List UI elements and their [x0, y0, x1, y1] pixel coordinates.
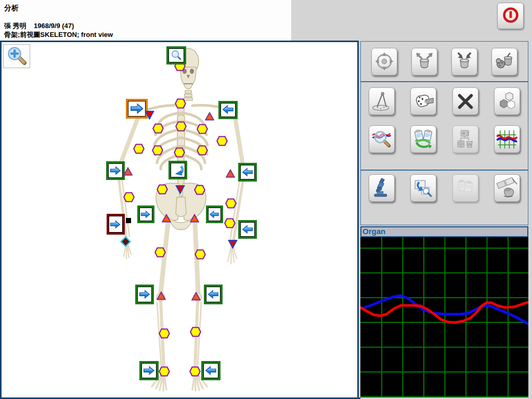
patient-info: 張 秀明 1968/9/9 (47) — [4, 21, 74, 31]
organ-chart — [360, 237, 528, 397]
marker-point-triangle-up[interactable] — [191, 292, 201, 301]
toolbar-button-clear-markers[interactable] — [452, 87, 478, 115]
organ-select-hand-icon — [412, 91, 434, 112]
notes-list-icon — [455, 177, 476, 199]
zoom-in-button[interactable] — [3, 44, 30, 68]
marker-point-hex[interactable] — [194, 185, 205, 195]
marker-arrow-box-ankle-right[interactable] — [201, 361, 220, 380]
toolbar-section-research — [360, 170, 528, 225]
marker-arrow-box-elbow-left[interactable] — [106, 161, 125, 180]
marker-point-hex[interactable] — [224, 218, 236, 228]
model-export-pot-icon — [413, 50, 435, 72]
organ-chart-canvas — [360, 237, 528, 397]
clear-markers-icon — [455, 91, 476, 112]
top-bar: 分析 張 秀明 1968/9/9 (47) 骨架;前視圖SKELETON; fr… — [0, 0, 532, 41]
toolbar-button-nutrition-pot[interactable] — [491, 48, 517, 75]
marker-arrow-box-ankle-left[interactable] — [139, 361, 159, 380]
marker-point-hex[interactable] — [159, 366, 170, 377]
marker-point-hex[interactable] — [159, 328, 170, 339]
toolbar-section-analysis — [360, 82, 528, 170]
marker-arrow-box-hand-left[interactable] — [107, 214, 125, 235]
toolbar-button-orientation-gyroscope[interactable] — [371, 48, 397, 75]
marker-arrow-box-knee-right[interactable] — [204, 285, 223, 304]
marker-point-hex[interactable] — [152, 123, 164, 134]
toolbar-button-graph-view[interactable] — [494, 125, 520, 153]
view-title: 骨架;前視圖SKELETON; front view — [4, 30, 113, 40]
toolbar-button-model-import-pot[interactable] — [451, 48, 477, 75]
marker-point-triangle-up[interactable] — [226, 169, 235, 178]
compare-results-icon — [412, 128, 434, 150]
marker-point-hex[interactable] — [197, 145, 208, 156]
page-title: 分析 — [4, 4, 19, 13]
toolbar-button-measure-caliper[interactable] — [369, 87, 395, 115]
marker-arrow-box-hand-right[interactable] — [238, 220, 257, 239]
toolbar-button-report-recycle[interactable] — [452, 125, 478, 153]
marker-zoom-head-box[interactable] — [166, 46, 186, 65]
marker-point-triangle-up[interactable] — [123, 167, 133, 176]
content-area: Organ — [0, 41, 532, 399]
marker-point-triangle-up[interactable] — [190, 214, 199, 223]
toolbar-button-spectral-analysis[interactable] — [369, 125, 395, 153]
organ-panel-header: Organ — [360, 226, 528, 237]
marker-point-hex[interactable] — [175, 121, 187, 132]
marker-point-hex[interactable] — [216, 136, 228, 146]
device-test-icon — [496, 177, 518, 199]
report-recycle-icon — [455, 128, 476, 150]
toolbar-button-compare-results[interactable] — [410, 125, 436, 153]
marker-point-hex[interactable] — [175, 98, 186, 109]
zoom-in-magnifier-icon — [5, 45, 29, 68]
marker-point-square[interactable] — [126, 218, 131, 223]
marker-point-hex[interactable] — [157, 184, 168, 195]
toolbar-button-notes-list[interactable] — [452, 174, 478, 202]
tool-panel: Organ — [360, 41, 532, 399]
marker-point-triangle-up[interactable] — [205, 112, 214, 121]
marker-arrow-box-elbow-right[interactable] — [238, 163, 257, 182]
measure-caliper-icon — [371, 91, 393, 112]
cell-structure-icon — [496, 91, 518, 112]
analysis-window: 分析 張 秀明 1968/9/9 (47) 骨架;前視圖SKELETON; fr… — [0, 0, 532, 399]
marker-point-hex[interactable] — [123, 192, 135, 202]
marker-point-hex[interactable] — [225, 198, 237, 209]
toolbar-button-review-search[interactable] — [410, 174, 436, 202]
marker-point-triangle-up[interactable] — [162, 214, 171, 223]
marker-point-diamond[interactable] — [120, 236, 131, 247]
orientation-gyroscope-icon — [373, 50, 395, 72]
marker-point-hex[interactable] — [189, 366, 201, 377]
marker-point-hex[interactable] — [194, 249, 206, 260]
toolbar-button-microscope-view[interactable] — [369, 174, 395, 202]
marker-point-hex[interactable] — [174, 147, 185, 158]
marker-point-triangle-up[interactable] — [157, 291, 166, 300]
nutrition-pot-icon — [494, 50, 515, 72]
model-import-pot-icon — [453, 50, 475, 72]
marker-point-triangle-down[interactable] — [175, 185, 185, 194]
marker-point-hex[interactable] — [190, 327, 201, 337]
toolbar-button-cell-structure[interactable] — [494, 87, 520, 115]
marker-arrow-box-hip-left[interactable] — [137, 205, 154, 223]
marker-layer — [2, 42, 357, 397]
marker-point-hex[interactable] — [154, 247, 166, 258]
marker-arrow-box-left-shoulder-right[interactable] — [218, 101, 238, 119]
toolbar-button-model-export-pot[interactable] — [411, 48, 437, 75]
marker-point-hex[interactable] — [133, 144, 145, 154]
skeleton-viewport — [0, 41, 359, 399]
microscope-view-icon — [371, 177, 393, 199]
marker-point-hex[interactable] — [152, 145, 163, 156]
toolbar-section-model — [360, 41, 528, 82]
power-icon — [500, 5, 521, 27]
toolbar-button-organ-select-hand[interactable] — [410, 87, 436, 115]
toolbar-button-device-test[interactable] — [494, 174, 520, 202]
graph-view-icon — [496, 128, 518, 150]
spectral-analysis-icon — [371, 128, 393, 150]
marker-point-triangle-down[interactable] — [145, 110, 154, 120]
exit-button[interactable] — [497, 3, 524, 29]
marker-arrow-box-hip-right[interactable] — [206, 205, 223, 223]
marker-point-triangle-down[interactable] — [228, 239, 238, 249]
review-search-icon — [412, 177, 434, 199]
marker-point-hex[interactable] — [197, 124, 208, 134]
marker-curved-arrow-box-spine[interactable] — [168, 161, 187, 179]
marker-arrow-box-knee-left[interactable] — [135, 285, 154, 304]
